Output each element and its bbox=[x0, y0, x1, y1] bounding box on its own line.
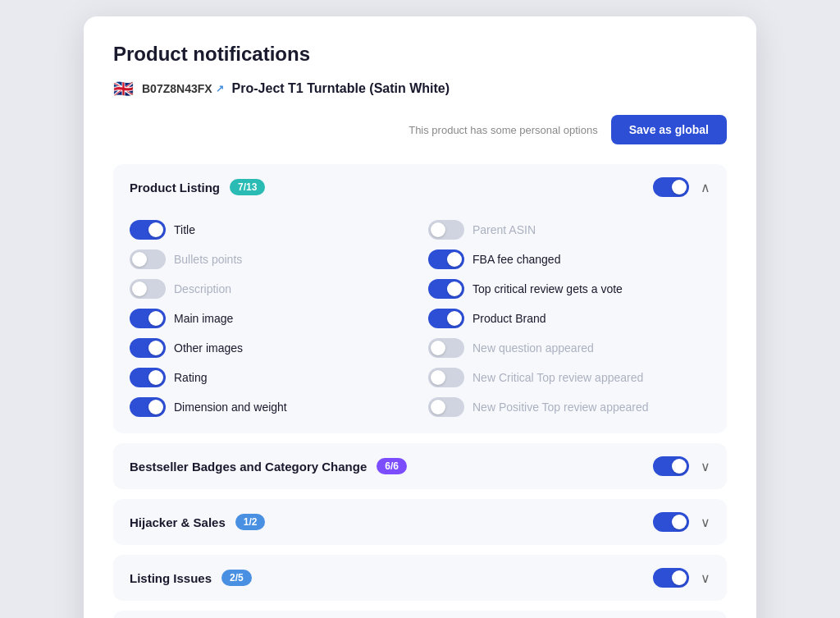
section-badge-listing-issues: 2/5 bbox=[221, 570, 252, 586]
option-label: Rating bbox=[174, 371, 207, 384]
sections-container: Product Listing7/13∧TitleParent ASINBull… bbox=[113, 164, 727, 618]
option-toggle[interactable] bbox=[428, 279, 464, 299]
section-product-listing: Product Listing7/13∧TitleParent ASINBull… bbox=[113, 164, 727, 433]
option-item: Product Brand bbox=[428, 309, 710, 328]
flag-icon: 🇬🇧 bbox=[113, 79, 134, 98]
section-badge-product-listing: 7/13 bbox=[230, 179, 265, 195]
option-label: Bullets points bbox=[174, 253, 242, 266]
option-item: Top critical review gets a vote bbox=[428, 279, 710, 299]
option-label: Description bbox=[174, 282, 231, 295]
option-item: Parent ASIN bbox=[428, 220, 710, 240]
option-label: Dimension and weight bbox=[174, 401, 287, 414]
option-toggle[interactable] bbox=[428, 309, 464, 328]
section-badge-hijacker-sales: 1/2 bbox=[235, 514, 266, 530]
option-item: New question appeared bbox=[428, 338, 710, 358]
section-bestseller-badges: Bestseller Badges and Category Change6/6… bbox=[113, 443, 727, 489]
section-title-hijacker-sales: Hijacker & Sales bbox=[130, 515, 226, 529]
option-item: Main image bbox=[130, 309, 412, 328]
option-label: New question appeared bbox=[472, 341, 594, 355]
page-title: Product notifications bbox=[113, 43, 727, 66]
option-toggle[interactable] bbox=[130, 397, 166, 417]
option-toggle[interactable] bbox=[130, 249, 166, 269]
option-toggle[interactable] bbox=[428, 338, 464, 358]
option-label: Product Brand bbox=[472, 312, 546, 325]
option-item: Title bbox=[130, 220, 412, 240]
section-header-bestseller-badges[interactable]: Bestseller Badges and Category Change6/6… bbox=[113, 443, 727, 489]
option-toggle[interactable] bbox=[130, 338, 166, 358]
option-item: Bullets points bbox=[130, 249, 412, 269]
section-chevron-product-listing: ∧ bbox=[701, 180, 710, 195]
section-title-product-listing: Product Listing bbox=[130, 181, 220, 195]
option-label: Main image bbox=[174, 312, 233, 325]
option-label: Title bbox=[174, 223, 195, 236]
section-hijacker-sales: Hijacker & Sales1/2∨ bbox=[113, 499, 727, 545]
option-toggle[interactable] bbox=[130, 220, 166, 240]
option-item: FBA fee changed bbox=[428, 249, 710, 269]
section-chevron-hijacker-sales: ∨ bbox=[701, 515, 710, 530]
section-header-hijacker-sales[interactable]: Hijacker & Sales1/2∨ bbox=[113, 499, 727, 545]
option-toggle[interactable] bbox=[428, 397, 464, 417]
section-title-listing-issues: Listing Issues bbox=[130, 571, 212, 585]
section-toggle-listing-issues[interactable] bbox=[653, 568, 689, 588]
section-review-settings: Review Settings5/8∨ bbox=[113, 611, 727, 618]
option-item: Description bbox=[130, 279, 412, 299]
section-body-product-listing: TitleParent ASINBullets pointsFBA fee ch… bbox=[113, 210, 727, 433]
option-toggle[interactable] bbox=[428, 249, 464, 269]
section-listing-issues: Listing Issues2/5∨ bbox=[113, 555, 727, 601]
section-title-bestseller-badges: Bestseller Badges and Category Change bbox=[130, 460, 367, 474]
option-toggle[interactable] bbox=[130, 309, 166, 328]
product-name: Pro-Ject T1 Turntable (Satin White) bbox=[232, 81, 450, 96]
option-toggle[interactable] bbox=[428, 220, 464, 240]
option-toggle[interactable] bbox=[428, 368, 464, 387]
section-badge-bestseller-badges: 6/6 bbox=[377, 458, 407, 474]
option-toggle[interactable] bbox=[130, 368, 166, 387]
section-header-product-listing[interactable]: Product Listing7/13∧ bbox=[113, 164, 727, 210]
product-notifications-card: Product notifications 🇬🇧 B07Z8N43FX ↗ Pr… bbox=[84, 16, 756, 618]
option-item: Dimension and weight bbox=[130, 397, 412, 417]
option-label: New Critical Top review appeared bbox=[472, 371, 643, 384]
save-global-button[interactable]: Save as global bbox=[611, 115, 727, 144]
section-chevron-bestseller-badges: ∨ bbox=[701, 459, 710, 474]
section-header-review-settings[interactable]: Review Settings5/8∨ bbox=[113, 611, 727, 618]
option-toggle[interactable] bbox=[130, 279, 166, 299]
asin: B07Z8N43FX ↗ bbox=[142, 82, 224, 95]
section-chevron-listing-issues: ∨ bbox=[701, 570, 710, 586]
option-item: New Critical Top review appeared bbox=[428, 368, 710, 387]
option-label: Other images bbox=[174, 341, 243, 355]
option-label: FBA fee changed bbox=[472, 253, 560, 266]
option-item: New Positive Top review appeared bbox=[428, 397, 710, 417]
option-label: Top critical review gets a vote bbox=[472, 282, 623, 295]
section-toggle-bestseller-badges[interactable] bbox=[653, 456, 689, 476]
option-item: Other images bbox=[130, 338, 412, 358]
option-label: New Positive Top review appeared bbox=[472, 401, 649, 414]
option-item: Rating bbox=[130, 368, 412, 387]
section-toggle-product-listing[interactable] bbox=[653, 177, 689, 197]
section-header-listing-issues[interactable]: Listing Issues2/5∨ bbox=[113, 555, 727, 601]
header-actions: This product has some personal options S… bbox=[113, 115, 727, 144]
personal-options-text: This product has some personal options bbox=[409, 124, 598, 136]
option-label: Parent ASIN bbox=[472, 223, 536, 236]
external-link-icon[interactable]: ↗ bbox=[216, 83, 224, 94]
section-toggle-hijacker-sales[interactable] bbox=[653, 512, 689, 532]
product-info: 🇬🇧 B07Z8N43FX ↗ Pro-Ject T1 Turntable (S… bbox=[113, 79, 727, 98]
